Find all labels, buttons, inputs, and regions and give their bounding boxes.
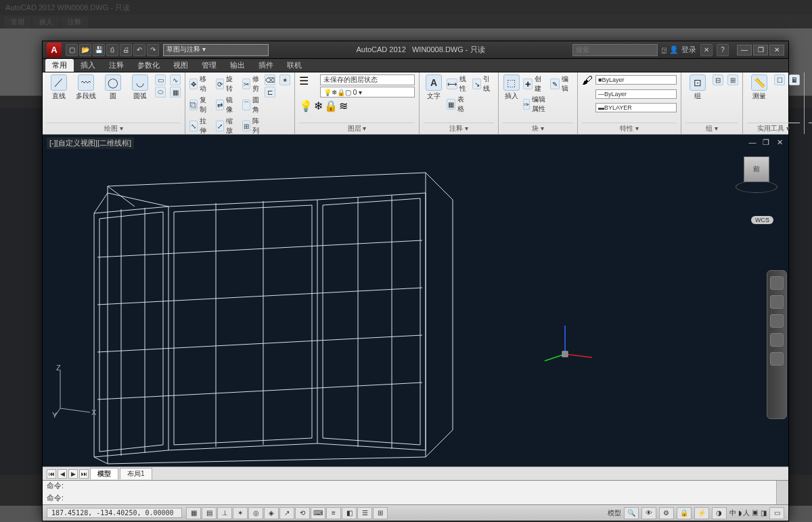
- status-3dosnap-icon[interactable]: ◈: [264, 507, 279, 519]
- coordinate-readout[interactable]: 187.45128, -134.40250, 0.00000: [47, 508, 182, 518]
- status-osnap-icon[interactable]: ◎: [248, 507, 263, 519]
- layer-match-icon[interactable]: ≋: [339, 100, 348, 112]
- status-polar-icon[interactable]: ✶: [233, 507, 248, 519]
- help-icon[interactable]: ?: [717, 44, 729, 56]
- qat-undo-icon[interactable]: ↶: [133, 44, 145, 56]
- login-icon[interactable]: 👤: [669, 45, 679, 54]
- hatch-icon[interactable]: ▦: [170, 87, 181, 97]
- layer-off-icon[interactable]: 💡: [299, 100, 313, 112]
- viewport-label[interactable]: [-][自定义视图][二维线框]: [47, 137, 134, 149]
- drawing-viewport[interactable]: [-][自定义视图][二维线框] — ❐ ✕ 前 WCS: [43, 135, 788, 466]
- help-search-input[interactable]: [572, 44, 658, 56]
- viewcube-face[interactable]: 前: [744, 156, 769, 182]
- app-menu-button[interactable]: A: [47, 43, 62, 58]
- array-button[interactable]: ⊞阵列: [242, 116, 262, 135]
- command-prompt[interactable]: 命令:: [43, 493, 776, 505]
- minimize-button[interactable]: —: [737, 45, 752, 56]
- scale-button[interactable]: ⤢缩放: [216, 116, 235, 135]
- polyline-button[interactable]: 〰多段线: [74, 74, 98, 101]
- calc-icon[interactable]: 🖩: [789, 74, 800, 85]
- qat-save-icon[interactable]: 💾: [93, 44, 105, 56]
- nav-pan-icon[interactable]: [770, 295, 784, 309]
- viewport-close-icon[interactable]: ✕: [775, 137, 784, 147]
- rect-icon[interactable]: ▭: [155, 74, 166, 85]
- wcs-badge[interactable]: WCS: [751, 216, 773, 224]
- qat-new-icon[interactable]: ▢: [66, 44, 78, 56]
- model-paper-toggle[interactable]: 模型: [608, 508, 621, 518]
- panel-anno-title[interactable]: 注释 ▾: [424, 123, 494, 133]
- tab-output[interactable]: 输出: [223, 59, 252, 72]
- block-edit-button[interactable]: ✎编辑: [550, 74, 573, 93]
- nav-showmotion-icon[interactable]: [770, 352, 784, 366]
- viewport-maximize-icon[interactable]: ❐: [761, 137, 771, 147]
- status-ortho-icon[interactable]: ⊥: [217, 507, 232, 519]
- measure-button[interactable]: 📏测量: [747, 74, 771, 101]
- tab-model[interactable]: 模型: [90, 468, 118, 479]
- qat-print-icon[interactable]: 🖨: [120, 44, 132, 56]
- paste-button[interactable]: 📋粘贴: [809, 74, 812, 101]
- panel-util-title[interactable]: 实用工具 ▾: [747, 123, 800, 133]
- explode-icon[interactable]: ✶: [279, 74, 290, 85]
- status-dyn-icon[interactable]: ⌨: [311, 507, 325, 519]
- status-lwt-icon[interactable]: ≡: [326, 507, 341, 519]
- status-lock-icon[interactable]: 🔒: [677, 507, 692, 519]
- erase-icon[interactable]: ⌫: [265, 74, 275, 85]
- status-annoscale-icon[interactable]: 🔍: [624, 507, 639, 519]
- nav-zoom-icon[interactable]: [770, 314, 784, 328]
- mirror-button[interactable]: ⇄镜像: [216, 95, 235, 114]
- move-button[interactable]: ✥移动: [189, 74, 209, 93]
- tab-first-icon[interactable]: ⏮: [47, 469, 56, 479]
- rotate-button[interactable]: ⟳旋转: [216, 74, 235, 93]
- lineweight-dropdown[interactable]: ▬ BYLAYER: [595, 103, 677, 112]
- spline-icon[interactable]: ∿: [170, 74, 181, 85]
- tab-insert[interactable]: 插入: [74, 59, 102, 72]
- arc-button[interactable]: ◡圆弧: [128, 74, 152, 101]
- status-tpy-icon[interactable]: ◧: [342, 507, 357, 519]
- navigation-bar[interactable]: [767, 270, 787, 419]
- command-scrollbar[interactable]: [776, 481, 788, 504]
- match-prop-icon[interactable]: 🖌: [582, 74, 593, 87]
- text-button[interactable]: A文字: [424, 74, 444, 101]
- qat-open-icon[interactable]: 📂: [79, 44, 91, 56]
- status-sc-icon[interactable]: ⊞: [373, 507, 388, 519]
- panel-group-title[interactable]: 组 ▾: [685, 123, 738, 133]
- tab-prev-icon[interactable]: ◀: [58, 469, 67, 479]
- maximize-button[interactable]: ❐: [753, 45, 768, 56]
- panel-draw-title[interactable]: 绘图 ▾: [47, 123, 181, 133]
- qat-saveas-icon[interactable]: ⎙: [106, 44, 118, 56]
- tab-last-icon[interactable]: ⏭: [79, 469, 89, 479]
- status-hardware-icon[interactable]: ⚡: [694, 507, 709, 519]
- panel-block-title[interactable]: 块 ▾: [503, 123, 573, 133]
- status-qp-icon[interactable]: ☰: [357, 507, 372, 519]
- nav-fullnav-icon[interactable]: [770, 276, 784, 290]
- status-ws-icon[interactable]: ⚙: [659, 507, 674, 519]
- layer-state-dropdown[interactable]: 未保存的图层状态: [320, 74, 415, 85]
- block-attr-button[interactable]: ✑编辑属性: [523, 95, 546, 114]
- status-annovis-icon[interactable]: 👁: [641, 507, 656, 519]
- tab-parametric[interactable]: 参数化: [131, 59, 166, 72]
- table-button[interactable]: ▦表格: [447, 95, 468, 114]
- offset-icon[interactable]: ⊏: [265, 87, 275, 97]
- panel-layers-title[interactable]: 图层 ▾: [299, 123, 415, 133]
- status-otrack-icon[interactable]: ↗: [279, 507, 294, 519]
- nav-orbit-icon[interactable]: [770, 333, 784, 347]
- login-label[interactable]: 登录: [681, 45, 696, 55]
- fillet-button[interactable]: ⌒圆角: [242, 95, 262, 114]
- panel-prop-title[interactable]: 特性 ▾: [582, 123, 677, 133]
- trim-button[interactable]: ✂修剪: [242, 74, 262, 93]
- status-snap-icon[interactable]: ▦: [186, 507, 201, 519]
- tab-home[interactable]: 常用: [45, 59, 74, 72]
- tab-plugins[interactable]: 插件: [252, 59, 280, 72]
- stretch-button[interactable]: ⤡拉伸: [189, 116, 209, 135]
- tab-manage[interactable]: 管理: [195, 59, 223, 72]
- workspace-dropdown[interactable]: 草图与注释 ▾: [163, 44, 269, 56]
- copy-button[interactable]: ⿻复制: [189, 95, 209, 114]
- linetype-dropdown[interactable]: — ByLayer: [595, 89, 677, 99]
- layer-freeze-icon[interactable]: ❄: [314, 100, 323, 112]
- leader-button[interactable]: ↘引线: [472, 74, 494, 93]
- panel-clipboard-title[interactable]: 剪贴板: [809, 123, 812, 133]
- insert-block-button[interactable]: ⬚插入: [503, 74, 520, 101]
- status-ducs-icon[interactable]: ⟲: [295, 507, 310, 519]
- command-line-area[interactable]: 命令: 命令:: [43, 480, 788, 504]
- close-button[interactable]: ✕: [769, 45, 784, 56]
